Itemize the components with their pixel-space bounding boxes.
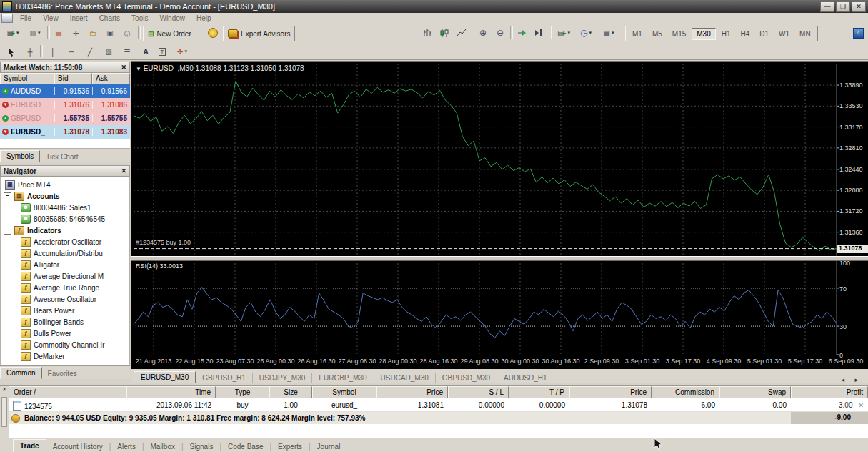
cursor-tool[interactable] xyxy=(4,44,19,59)
column-bid[interactable]: Bid xyxy=(54,73,92,84)
timeframe-m5[interactable]: M5 xyxy=(648,29,667,39)
periods-button[interactable]: ◷▾ xyxy=(576,26,596,40)
menu-window[interactable]: Window xyxy=(154,14,191,23)
tree-item-price-mt4[interactable]: ▦Price MT4 xyxy=(1,179,129,190)
horizontal-line-tool[interactable]: ─ xyxy=(64,44,79,59)
vertical-line-tool[interactable]: │ xyxy=(46,44,60,59)
chart-tab-eurusd-m30[interactable]: EURUSD_M30 xyxy=(134,371,196,383)
data-window-toggle[interactable]: ✛ xyxy=(69,26,83,40)
column-symbol[interactable]: Symbol xyxy=(0,73,54,84)
tab-account-history[interactable]: Account History xyxy=(46,441,109,452)
symbol-row-gbpusd[interactable]: ▲GBPUSD1.557351.55755 xyxy=(0,112,130,125)
templates-button[interactable]: ▦▾ xyxy=(599,26,619,40)
tab-scroll-arrows[interactable]: ◂ ▸ xyxy=(841,376,868,383)
chart-tab-gbpusd-h1[interactable]: GBPUSD_H1 xyxy=(196,373,253,383)
tab-signals[interactable]: Signals xyxy=(184,441,220,452)
navigator-title[interactable]: Navigator ✕ xyxy=(0,165,130,177)
chart-menu-icon[interactable]: ▼ xyxy=(136,66,141,72)
tab-symbols[interactable]: Symbols xyxy=(0,150,40,162)
tree-item-80035685-546546545[interactable]: ☻80035685: 546546545 xyxy=(1,213,129,225)
collapse-icon[interactable]: − xyxy=(4,227,11,235)
trendline-tool[interactable]: ╱ xyxy=(83,44,97,59)
metaeditor-icon[interactable] xyxy=(206,26,220,40)
symbol-row-eurusd[interactable]: ▼EURUSD_1.310781.31083 xyxy=(0,125,130,139)
timeframe-mn[interactable]: MN xyxy=(795,29,815,39)
pane-separator[interactable] xyxy=(131,256,868,261)
bar-chart-button[interactable] xyxy=(420,26,434,40)
zoom-in-button[interactable]: ⊕ xyxy=(476,26,490,40)
tab-mailbox[interactable]: Mailbox xyxy=(144,441,181,452)
column-s-l-6[interactable]: S / L xyxy=(448,386,509,398)
menu-tools[interactable]: Tools xyxy=(126,14,154,23)
tree-item-bulls-power[interactable]: ƒBulls Power xyxy=(1,328,129,339)
column-order-0[interactable]: Order / xyxy=(9,386,126,398)
symbol-row-audusd[interactable]: ▲AUDUSD0.915360.91566 xyxy=(0,84,130,98)
community-icon[interactable]: 4 xyxy=(852,26,864,40)
timeframe-m15[interactable]: M15 xyxy=(668,29,690,39)
new-order-button[interactable]: ⊞ New Order xyxy=(143,26,196,41)
tab-favorites[interactable]: Favorites xyxy=(42,368,83,379)
column-commission-9[interactable]: Commission xyxy=(652,386,719,398)
tree-item-accumulation-distribu[interactable]: ƒAccumulation/Distribu xyxy=(1,247,129,259)
chart-tab-usdjpy-m30[interactable]: USDJPY_M30 xyxy=(253,373,312,383)
tree-item-accelerator-oscillator[interactable]: ƒAccelerator Oscillator xyxy=(1,236,129,247)
restore-button[interactable]: ❐ xyxy=(836,1,850,12)
menu-insert[interactable]: Insert xyxy=(64,14,94,23)
timeframe-h4[interactable]: H4 xyxy=(737,29,754,39)
terminal-toggle[interactable]: ▣ xyxy=(103,26,117,40)
tree-item-80034486-sales1[interactable]: ☻80034486: Sales1 xyxy=(1,202,129,213)
tree-item-accounts[interactable]: −▥Accounts xyxy=(1,190,129,202)
column-profit-11[interactable]: Profit xyxy=(791,386,868,398)
zoom-out-button[interactable]: ⊖ xyxy=(493,26,507,40)
column-ask[interactable]: Ask xyxy=(92,73,130,84)
chart-tab-usdcad-m30[interactable]: USDCAD_M30 xyxy=(374,373,436,383)
chart-shift-button[interactable] xyxy=(532,26,546,40)
tab-common[interactable]: Common xyxy=(0,367,42,379)
tree-item-bollinger-bands[interactable]: ƒBollinger Bands xyxy=(1,316,129,328)
timeframe-m1[interactable]: M1 xyxy=(628,29,647,39)
menu-charts[interactable]: Charts xyxy=(94,14,126,23)
indicators-button[interactable]: ▤+▾ xyxy=(554,26,574,40)
profiles-button[interactable]: ▥▾ xyxy=(26,26,44,40)
chart-window-icon[interactable] xyxy=(1,14,13,23)
tab-journal[interactable]: Journal xyxy=(311,441,347,452)
arrows-tool[interactable]: ✢▾ xyxy=(173,44,191,59)
tree-item-alligator[interactable]: ƒAlligator xyxy=(1,259,129,270)
fibonacci-tool[interactable]: ☰ xyxy=(120,44,134,59)
column-time-1[interactable]: Time xyxy=(126,386,216,398)
line-chart-button[interactable] xyxy=(454,26,469,40)
text-label-tool[interactable]: T xyxy=(156,44,169,59)
market-watch-title[interactable]: Market Watch: 11:50:08 ✕ xyxy=(0,62,130,73)
column-t-p-7[interactable]: T / P xyxy=(509,386,569,398)
column-price-5[interactable]: Price xyxy=(376,386,448,398)
tree-item-demarker[interactable]: ƒDeMarker xyxy=(1,350,129,362)
tree-item-indicators[interactable]: −ƒIndicators xyxy=(1,225,129,236)
tab-alerts[interactable]: Alerts xyxy=(111,441,142,452)
candlestick-chart-button[interactable] xyxy=(437,26,452,40)
minimize-button[interactable]: — xyxy=(820,1,834,12)
column-price-8[interactable]: Price xyxy=(569,386,652,398)
timeframe-d1[interactable]: D1 xyxy=(755,29,773,39)
tree-item-average-directional-m[interactable]: ƒAverage Directional M xyxy=(1,270,129,282)
close-button[interactable]: ✕ xyxy=(852,1,866,12)
terminal-scrollbar[interactable] xyxy=(1,397,7,427)
tree-item-commodity-channel-ir[interactable]: ƒCommodity Channel Ir xyxy=(1,339,129,350)
new-chart-button[interactable]: ▦+▾ xyxy=(4,26,22,40)
collapse-icon[interactable]: − xyxy=(4,192,11,200)
close-icon[interactable]: ✕ xyxy=(0,386,9,393)
chart-tab-gbpusd-m30[interactable]: GBPUSD_M30 xyxy=(436,373,497,383)
menu-file[interactable]: File xyxy=(14,14,37,23)
chart-tab-eurgbp-m30[interactable]: EURGBP_M30 xyxy=(312,373,374,383)
tree-item-average-true-range[interactable]: ƒAverage True Range xyxy=(1,282,129,293)
auto-scroll-button[interactable] xyxy=(514,26,529,40)
close-icon[interactable]: ✕ xyxy=(121,64,126,71)
channel-tool[interactable]: ▨ xyxy=(101,44,116,59)
tab-trade[interactable]: Trade xyxy=(13,439,46,452)
menu-help[interactable]: Help xyxy=(191,14,217,23)
tree-item-awesome-oscillator[interactable]: ƒAwesome Oscillator xyxy=(1,293,129,305)
crosshair-tool[interactable]: ┼ xyxy=(23,44,37,59)
column-size-3[interactable]: Size xyxy=(269,386,312,398)
market-watch-toggle[interactable]: ▤ xyxy=(51,26,66,40)
tab-tick-chart[interactable]: Tick Chart xyxy=(40,152,84,162)
tab-experts[interactable]: Experts xyxy=(271,441,309,452)
